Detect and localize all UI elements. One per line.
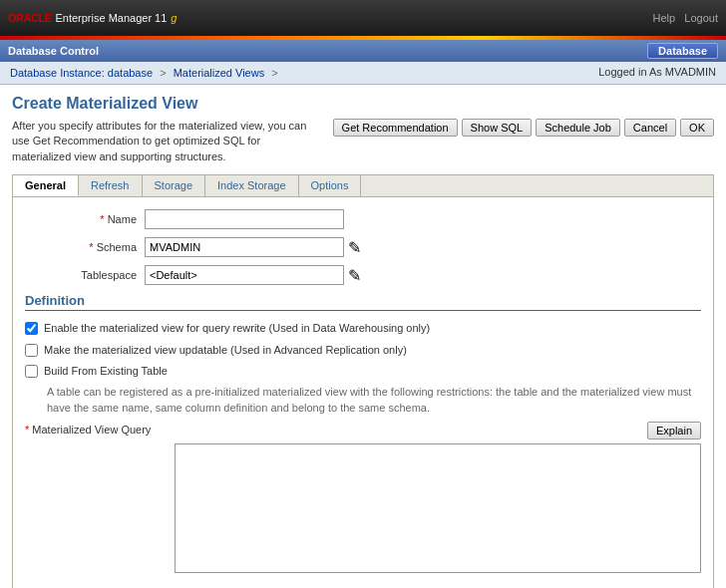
name-label-text: Name — [108, 213, 137, 225]
schedule-job-button[interactable]: Schedule Job — [536, 119, 620, 137]
existing-table-sub-text: A table can be registered as a pre-initi… — [47, 385, 701, 416]
tablespace-row: Tablespace ✎ — [25, 265, 701, 285]
cancel-button[interactable]: Cancel — [624, 119, 676, 137]
show-sql-button[interactable]: Show SQL — [462, 119, 533, 137]
em-version: g — [171, 12, 177, 24]
tab-storage[interactable]: Storage — [143, 175, 206, 196]
db-control-bar: Database Control Database — [0, 40, 726, 62]
explain-button[interactable]: Explain — [647, 422, 701, 440]
checkbox-updatable-row: Make the materialized view updatable (Us… — [25, 343, 701, 358]
definition-title: Definition — [25, 293, 701, 311]
schema-row: * Schema ✎ — [25, 237, 701, 257]
header-logo-area: ORACLE Enterprise Manager 11 g — [8, 12, 177, 24]
tablespace-label: Tablespace — [25, 269, 145, 281]
definition-section: Definition Enable the materialized view … — [25, 293, 701, 576]
db-control-label: Database Control — [8, 45, 99, 57]
page-content: Create Materialized View After you speci… — [0, 85, 726, 588]
checkbox-existing-table[interactable] — [25, 365, 38, 378]
oracle-logo: ORACLE — [8, 12, 51, 24]
tab-index-storage[interactable]: Index Storage — [205, 175, 299, 196]
intro-row: After you specify attributes for the mat… — [12, 119, 714, 164]
tab-general[interactable]: General — [13, 175, 79, 196]
schema-input[interactable] — [145, 237, 344, 257]
header-right: Help Logout — [653, 12, 718, 24]
action-buttons: Get Recommendation Show SQL Schedule Job… — [333, 119, 714, 137]
tablespace-label-text: Tablespace — [81, 269, 137, 281]
query-right: Explain — [175, 422, 701, 576]
schema-label-text: Schema — [97, 241, 137, 253]
query-row: * Materialized View Query Explain — [25, 422, 701, 576]
checkbox-updatable[interactable] — [25, 344, 38, 357]
name-required-star: * — [100, 213, 104, 225]
query-header: Explain — [175, 422, 701, 440]
breadcrumb-sep1: > — [160, 67, 166, 79]
checkbox-updatable-label: Make the materialized view updatable (Us… — [44, 343, 407, 358]
header-links: Help Logout — [653, 12, 718, 24]
breadcrumb-sep2: > — [271, 67, 277, 79]
schema-required-star: * — [89, 241, 93, 253]
intro-text: After you specify attributes for the mat… — [12, 119, 321, 164]
form-area: * Name * Schema ✎ Tablespace ✎ — [12, 196, 714, 588]
logged-in-label: Logged in As MVADMIN — [598, 66, 716, 78]
tablespace-pencil-icon[interactable]: ✎ — [348, 266, 361, 285]
breadcrumb: Database Instance: database > Materializ… — [10, 67, 282, 79]
query-textarea[interactable] — [175, 443, 701, 573]
db-badge: Database — [647, 43, 718, 59]
tab-refresh[interactable]: Refresh — [79, 175, 143, 196]
checkbox-existing-table-label: Build From Existing Table — [44, 364, 168, 379]
name-input[interactable] — [145, 209, 344, 229]
checkbox-query-rewrite-label: Enable the materialized view for query r… — [44, 321, 430, 336]
em-title: Enterprise Manager 11 — [55, 12, 167, 24]
breadcrumb-bar: Database Instance: database > Materializ… — [0, 62, 726, 85]
app-header: ORACLE Enterprise Manager 11 g Help Logo… — [0, 0, 726, 36]
help-link[interactable]: Help — [653, 12, 676, 24]
get-recommendation-button[interactable]: Get Recommendation — [333, 119, 458, 137]
checkbox-existing-table-row: Build From Existing Table — [25, 364, 701, 379]
name-row: * Name — [25, 209, 701, 229]
logout-link[interactable]: Logout — [684, 12, 718, 24]
ok-button[interactable]: OK — [680, 119, 714, 137]
schema-input-group: ✎ — [145, 237, 361, 257]
query-label: * Materialized View Query — [25, 422, 175, 436]
page-title: Create Materialized View — [12, 95, 714, 113]
name-label: * Name — [25, 213, 145, 225]
breadcrumb-mat-views[interactable]: Materialized Views — [174, 67, 265, 79]
tablespace-input-group: ✎ — [145, 265, 361, 285]
checkbox-query-rewrite[interactable] — [25, 322, 38, 335]
breadcrumb-db-instance[interactable]: Database Instance: database — [10, 67, 153, 79]
schema-pencil-icon[interactable]: ✎ — [348, 238, 361, 257]
schema-label: * Schema — [25, 241, 145, 253]
tabs-bar: General Refresh Storage Index Storage Op… — [12, 174, 714, 196]
checkbox-query-rewrite-row: Enable the materialized view for query r… — [25, 321, 701, 336]
tab-options[interactable]: Options — [299, 175, 362, 196]
tablespace-input[interactable] — [145, 265, 344, 285]
query-label-text: Materialized View Query — [32, 424, 151, 436]
